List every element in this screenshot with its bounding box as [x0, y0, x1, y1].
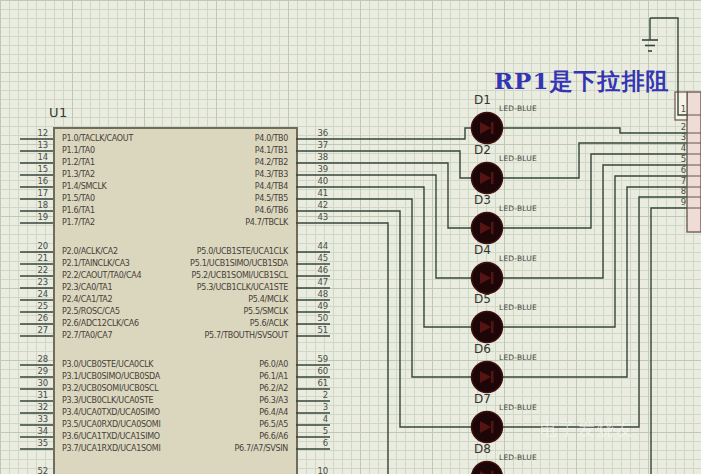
pin-number-left-13: 13	[8, 140, 48, 150]
pin-number-left-34: 34	[8, 426, 48, 436]
pin-label-right: P6.5/A5	[113, 419, 288, 431]
pin-number-right-4: 4	[292, 414, 328, 424]
rp1-body-rect[interactable]	[687, 92, 701, 232]
pin-label-right: P4.4/TB4	[113, 181, 288, 193]
pin-label-left: P1.7/TA2	[62, 217, 95, 229]
wire-D2-anode[interactable]	[330, 151, 472, 178]
pin-number-left-30: 30	[8, 378, 48, 388]
led-d2[interactable]	[472, 163, 503, 194]
pin-number-left-26: 26	[8, 313, 48, 323]
led-type-D4: LED-BLUE	[499, 254, 537, 263]
pin-label-left: P1.4/SMCLK	[62, 181, 107, 193]
wire-D8-anode[interactable]	[330, 223, 472, 474]
wire-D5-anode[interactable]	[330, 187, 472, 327]
pin-number-left-17: 17	[8, 188, 48, 198]
led-type-D3: LED-BLUE	[499, 204, 537, 213]
pin-label-right: P6.7/A7/SVSIN	[113, 443, 288, 455]
wire-D4-anode[interactable]	[330, 175, 472, 278]
pin-number-left-52: 52	[8, 466, 48, 474]
led-d8[interactable]	[472, 462, 503, 474]
pin-number-right-43: 43	[292, 212, 328, 222]
pin-number-right-59: 59	[292, 354, 328, 364]
wire-D7-anode[interactable]	[330, 211, 472, 427]
pin-number-right-38: 38	[292, 152, 328, 162]
pin-number-right-37: 37	[292, 140, 328, 150]
pin-label-right: P6.0/A0	[113, 359, 288, 371]
pin-label-left: P1.2/TA1	[62, 157, 95, 169]
pin-label-left: P1.6/TA1	[62, 205, 95, 217]
pin-label-right: P4.5/TB5	[113, 193, 288, 205]
pin-label-left: P2.3/CA0/TA1	[62, 282, 112, 294]
pin-label-right: P6.4/A4	[113, 407, 288, 419]
led-body-circle[interactable]	[472, 462, 503, 474]
led-d3[interactable]	[472, 213, 503, 244]
wire-D7-cathode[interactable]	[502, 197, 687, 427]
pin-number-right-48: 48	[292, 289, 328, 299]
pin-number-right-40: 40	[292, 176, 328, 186]
pin-label-right: P4.6/TB6	[113, 205, 288, 217]
pin-label-left: P1.1/TA0	[62, 145, 95, 157]
pin-number-left-32: 32	[8, 402, 48, 412]
pin-number-right-10: 10	[292, 466, 328, 474]
pin-number-right-41: 41	[292, 188, 328, 198]
led-type-D5: LED-BLUE	[499, 303, 537, 312]
pin-number-right-45: 45	[292, 253, 328, 263]
pin-label-right: P4.7/TBCLK	[113, 217, 288, 229]
pin-number-right-39: 39	[292, 164, 328, 174]
pin-label-right: P4.2/TB2	[113, 157, 288, 169]
pin-label-right: P5.2/UCB1SOMI/UCB1SCL	[113, 270, 288, 282]
pin-number-left-18: 18	[8, 200, 48, 210]
pin-number-left-28: 28	[8, 354, 48, 364]
rp1-pin-number-3: 3	[656, 132, 686, 142]
pin-label-left: P1.3/TA2	[62, 169, 95, 181]
rp1-pin-number-6: 6	[656, 165, 686, 175]
pin-number-left-12: 12	[8, 128, 48, 138]
pin-label-right: P5.6/ACLK	[113, 318, 288, 330]
pin-number-left-19: 19	[8, 212, 48, 222]
led-d4[interactable]	[472, 263, 503, 294]
rp1-pin-number-1: 1	[656, 104, 686, 114]
rp1-pin-number-4: 4	[656, 143, 686, 153]
pin-label-right: P4.0/TB0	[113, 133, 288, 145]
pin-number-right-36: 36	[292, 128, 328, 138]
wire-D1-anode[interactable]	[330, 128, 472, 139]
rp1-pin-number-2: 2	[656, 122, 686, 132]
pin-label-left: P2.7/TA0/CA7	[62, 330, 112, 342]
pin-label-right: P5.3/UCB1CLK/UCA1STE	[113, 282, 288, 294]
led-d5[interactable]	[472, 312, 503, 343]
pin-number-left-24: 24	[8, 289, 48, 299]
wire-D3-anode[interactable]	[330, 163, 472, 228]
pin-label-right: P5.4/MCLK	[113, 294, 288, 306]
pin-number-right-50: 50	[292, 313, 328, 323]
pin-label-left: P1.5/TA0	[62, 193, 95, 205]
pin-number-right-49: 49	[292, 301, 328, 311]
led-ref-D1: D1	[474, 93, 491, 107]
rp1-pin-number-8: 8	[656, 186, 686, 196]
pin-number-left-23: 23	[8, 277, 48, 287]
led-ref-D5: D5	[474, 292, 491, 306]
led-d1[interactable]	[472, 113, 503, 144]
pin-label-right: P5.0/UCB1STE/UCA1CLK	[113, 246, 288, 258]
annotation-text: RP1是下拉排阻	[494, 66, 669, 97]
rp1-pin-number-7: 7	[656, 176, 686, 186]
wire-D6-cathode[interactable]	[502, 187, 687, 377]
mcu-reference-label: U1	[49, 105, 68, 120]
pin-number-left-16: 16	[8, 176, 48, 186]
led-ref-D4: D4	[474, 243, 491, 257]
pin-number-right-61: 61	[292, 378, 328, 388]
watermark-text: 电子发烧友	[540, 418, 635, 441]
pin-label-left: P2.4/CA1/TA2	[62, 294, 112, 306]
pin-number-left-20: 20	[8, 241, 48, 251]
pin-number-right-60: 60	[292, 366, 328, 376]
pin-number-right-5: 5	[292, 426, 328, 436]
wire-D6-anode[interactable]	[330, 199, 472, 377]
schematic-canvas[interactable]: U1 RP1是下拉排阻 电子发烧友 12P1.0/TACLK/CAOUTP4.0…	[0, 0, 701, 474]
pin-label-right: P6.2/A2	[113, 383, 288, 395]
pin-number-right-2: 2	[292, 390, 328, 400]
led-d7[interactable]	[472, 412, 503, 443]
pin-number-left-22: 22	[8, 265, 48, 275]
led-type-D1: LED-BLUE	[499, 104, 537, 113]
pin-label-left: P2.0/ACLK/CA2	[62, 246, 118, 258]
pin-label-right: P5.5/SMCLK	[113, 306, 288, 318]
led-d6[interactable]	[472, 362, 503, 393]
